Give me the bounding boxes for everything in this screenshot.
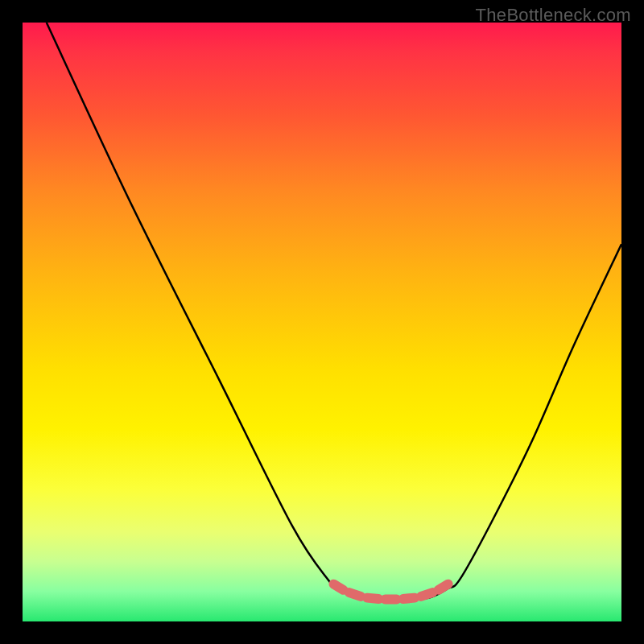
bottleneck-curve-path	[47, 23, 621, 601]
valley-marker-segment	[334, 584, 344, 590]
valley-marker-segment	[403, 598, 415, 599]
valley-marker-segment	[439, 584, 448, 590]
curve-svg	[23, 23, 621, 621]
valley-marker-segment	[349, 592, 361, 597]
valley-markers-group	[334, 584, 448, 600]
valley-marker-segment	[421, 592, 432, 597]
valley-marker-segment	[367, 598, 378, 599]
plot-area	[23, 23, 621, 621]
chart-container: TheBottleneck.com	[0, 0, 644, 644]
